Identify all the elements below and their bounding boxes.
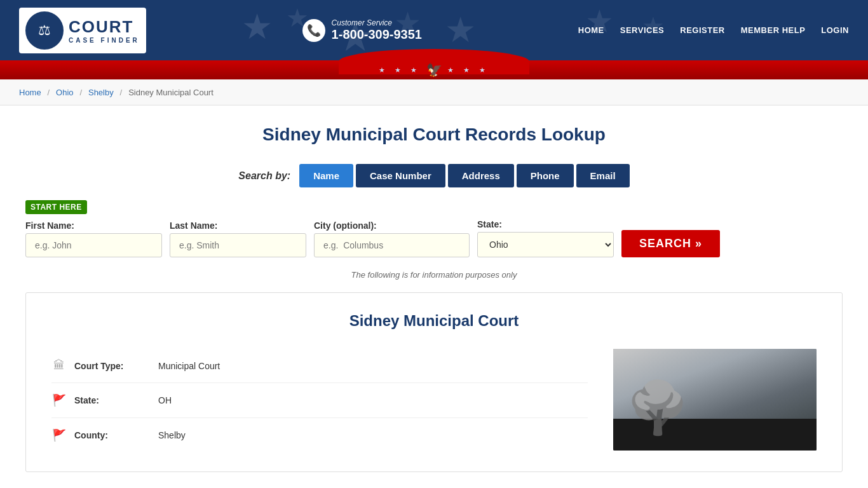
customer-service-label: Customer Service bbox=[332, 18, 422, 27]
logo-subtitle: CASE FINDER bbox=[69, 37, 140, 44]
nav-services[interactable]: SERVICES bbox=[620, 25, 665, 35]
search-form: START HERE First Name: Last Name: City (… bbox=[25, 200, 843, 257]
court-image bbox=[613, 349, 817, 451]
court-type-label: Court Type: bbox=[74, 361, 151, 371]
tab-case-number[interactable]: Case Number bbox=[356, 164, 445, 187]
court-details: 🏛 Court Type: Municipal Court 🚩 State: O… bbox=[51, 349, 817, 452]
form-row: First Name: Last Name: City (optional): … bbox=[25, 219, 843, 257]
breadcrumb: Home / Ohio / Shelby / Sidney Municipal … bbox=[0, 79, 868, 105]
main-nav: HOME SERVICES REGISTER MEMBER HELP LOGIN bbox=[578, 25, 849, 35]
logo-area: ⚖ COURT CASE FINDER bbox=[19, 8, 146, 53]
nav-login[interactable]: LOGIN bbox=[821, 25, 849, 35]
logo[interactable]: ⚖ COURT CASE FINDER bbox=[19, 8, 146, 53]
stars-left: ★ ★ ★ bbox=[379, 66, 421, 74]
tab-email[interactable]: Email bbox=[576, 164, 630, 187]
city-label: City (optional): bbox=[314, 220, 470, 231]
nav-register[interactable]: REGISTER bbox=[680, 25, 724, 35]
court-type-row: 🏛 Court Type: Municipal Court bbox=[51, 349, 588, 383]
county-row: 🚩 County: Shelby bbox=[51, 418, 588, 452]
nav-home[interactable]: HOME bbox=[578, 25, 604, 35]
county-label: County: bbox=[74, 430, 151, 440]
city-group: City (optional): bbox=[314, 220, 470, 257]
stars-right: ★ ★ ★ bbox=[447, 66, 489, 74]
tab-address[interactable]: Address bbox=[448, 164, 514, 187]
state-select[interactable]: Ohio Alabama Alaska Arizona California C… bbox=[477, 232, 614, 257]
logo-text: COURT CASE FINDER bbox=[69, 17, 140, 44]
breadcrumb-home[interactable]: Home bbox=[19, 88, 41, 97]
tab-name[interactable]: Name bbox=[299, 164, 353, 187]
first-name-label: First Name: bbox=[25, 220, 162, 231]
tab-phone[interactable]: Phone bbox=[517, 164, 574, 187]
court-details-list: 🏛 Court Type: Municipal Court 🚩 State: O… bbox=[51, 349, 588, 452]
breadcrumb-ohio[interactable]: Ohio bbox=[56, 88, 73, 97]
court-image-inner bbox=[613, 349, 817, 451]
state-row: 🚩 State: OH bbox=[51, 383, 588, 418]
state-icon: 🚩 bbox=[51, 393, 67, 407]
customer-service-phone: 1-800-309-9351 bbox=[332, 27, 422, 42]
state-detail-value: OH bbox=[158, 395, 172, 405]
last-name-label: Last Name: bbox=[170, 220, 306, 231]
court-type-value: Municipal Court bbox=[158, 361, 220, 371]
state-label: State: bbox=[477, 219, 614, 229]
court-type-icon: 🏛 bbox=[51, 359, 67, 372]
customer-service-block: 📞 Customer Service 1-800-309-9351 bbox=[302, 18, 422, 42]
city-input[interactable] bbox=[314, 233, 470, 257]
search-button[interactable]: SEARCH » bbox=[621, 230, 720, 257]
breadcrumb-current: Sidney Municipal Court bbox=[128, 88, 214, 97]
wave-bar: ★ ★ ★ 🦅 ★ ★ ★ bbox=[0, 60, 868, 79]
search-tabs-row: Search by: Name Case Number Address Phon… bbox=[25, 164, 843, 187]
state-detail-label: State: bbox=[74, 395, 151, 405]
start-here-badge: START HERE bbox=[25, 200, 87, 214]
county-value: Shelby bbox=[158, 430, 186, 440]
info-note: The following is for information purpose… bbox=[25, 270, 843, 280]
phone-icon: 📞 bbox=[302, 19, 325, 42]
first-name-group: First Name: bbox=[25, 220, 162, 257]
last-name-group: Last Name: bbox=[170, 220, 306, 257]
customer-service-text: Customer Service 1-800-309-9351 bbox=[332, 18, 422, 42]
court-info-title: Sidney Municipal Court bbox=[51, 312, 817, 330]
court-info-box: Sidney Municipal Court 🏛 Court Type: Mun… bbox=[25, 292, 843, 472]
county-icon: 🚩 bbox=[51, 428, 67, 442]
first-name-input[interactable] bbox=[25, 233, 162, 257]
eagle-icon: 🦅 bbox=[426, 62, 442, 78]
last-name-input[interactable] bbox=[170, 233, 306, 257]
search-by-label: Search by: bbox=[238, 170, 290, 182]
page-title: Sidney Municipal Court Records Lookup bbox=[25, 125, 843, 145]
breadcrumb-shelby[interactable]: Shelby bbox=[88, 88, 114, 97]
main-content: Sidney Municipal Court Records Lookup Se… bbox=[0, 105, 868, 488]
state-group: State: Ohio Alabama Alaska Arizona Calif… bbox=[477, 219, 614, 257]
nav-member-help[interactable]: MEMBER HELP bbox=[741, 25, 806, 35]
logo-icon: ⚖ bbox=[25, 11, 64, 50]
logo-title: COURT bbox=[69, 17, 140, 37]
eagle-area: ★ ★ ★ 🦅 ★ ★ ★ bbox=[379, 62, 489, 78]
